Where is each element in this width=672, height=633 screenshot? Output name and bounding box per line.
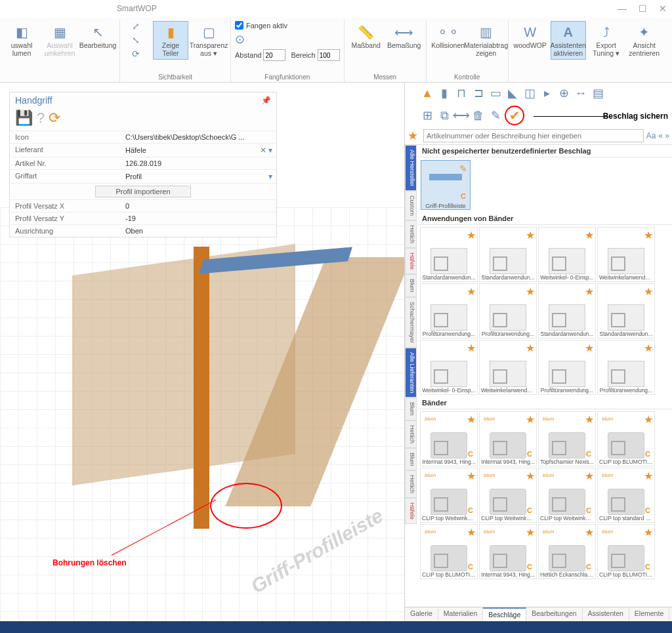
cat-9-icon[interactable]: ↔ [573, 85, 589, 102]
griffart-value[interactable]: Profil▾ [121, 170, 276, 183]
expand-button[interactable]: « » [658, 131, 669, 140]
materialabtrag-button[interactable]: ▥Materialabtrag zeigen [469, 21, 504, 60]
gallery[interactable]: Alle HerstellerCustomHettichHäfeleBlumSc… [405, 145, 672, 607]
clear-icon[interactable]: ✕ ▾ [260, 146, 272, 155]
side-tab-7[interactable]: Blum [405, 398, 417, 420]
measure-icon[interactable]: ⟷ [453, 107, 469, 124]
app-item-10[interactable]: ★Profiltüranwendung... [538, 340, 596, 395]
band-item-3[interactable]: ★blumCCLIP top BLUMOTIO... [597, 411, 655, 466]
band-item-9[interactable]: ★blumCIntermat 9943, Hing... [479, 524, 537, 579]
kollisionen-button[interactable]: ⚬⚬Kollisionen [430, 21, 466, 52]
lieferant-value[interactable]: Häfele✕ ▾ [121, 144, 276, 157]
band-item-1[interactable]: ★blumCIntermat 9943, Hing... [479, 411, 537, 466]
massband-button[interactable]: 📏Maßband [348, 21, 384, 52]
cat-3-icon[interactable]: ⊐ [471, 85, 486, 102]
woodwop-button[interactable]: WwoodWOP [513, 21, 548, 52]
star-icon[interactable]: ★ [408, 129, 418, 143]
save-icon[interactable]: 💾 [15, 110, 33, 127]
icon-path-value[interactable]: C:\Users\tibek\Desktop\Schoeck\G ... [121, 131, 276, 143]
window-maximize[interactable]: ☐ [639, 3, 647, 14]
save-beschlag-button[interactable]: ✔ [505, 106, 524, 125]
view-small-3[interactable]: ⟳ [124, 49, 148, 62]
side-tab-10[interactable]: Hettich [405, 470, 417, 498]
delete-icon[interactable]: 🗑 [471, 107, 486, 124]
up-icon[interactable]: ▲ [419, 85, 435, 102]
custom-beschlag-item[interactable]: ✎ C Griff-Profilleiste [421, 160, 471, 210]
profil-versatz-x-value[interactable]: 0 [121, 200, 276, 212]
profil-importieren-button[interactable]: Profil importieren [95, 186, 190, 197]
band-item-10[interactable]: ★blumCHettich Eckanschlag... [538, 524, 596, 579]
help-icon[interactable]: ? [37, 110, 45, 127]
side-tab-9[interactable]: Blum [405, 448, 417, 471]
band-item-7[interactable]: ★blumCCLIP top standard h... [597, 468, 655, 523]
abstand-input[interactable] [263, 49, 285, 61]
copy-icon[interactable]: ⧉ [436, 107, 452, 124]
auswahl-umkehren-button[interactable]: ▦Auswahl umkehren [42, 21, 77, 60]
cat-10-icon[interactable]: ▤ [590, 85, 606, 102]
app-item-2[interactable]: ★Weitwinkel- 0-Einsp... [538, 227, 596, 282]
side-tab-8[interactable]: Hettich [405, 420, 417, 448]
cat-5-icon[interactable]: ◣ [505, 85, 520, 102]
new-icon[interactable]: ⊞ [419, 107, 435, 124]
auswahl-volumen-button[interactable]: ◧uswahl lumen [4, 21, 39, 60]
tab-assistenten[interactable]: Assistenten [583, 607, 629, 621]
app-item-9[interactable]: ★Weitwinkelanwendu... [479, 340, 537, 395]
search-input[interactable] [423, 129, 644, 142]
tab-bearbeitungen[interactable]: Bearbeitungen [526, 607, 582, 621]
refresh-icon[interactable]: ⟳ [49, 110, 60, 127]
ansicht-zentrieren-button[interactable]: ✦Ansicht zentrieren [627, 21, 662, 60]
app-item-4[interactable]: ★Profiltüranwendung... [420, 283, 478, 338]
side-tab-2[interactable]: Hettich [405, 220, 417, 248]
side-tab-11[interactable]: Häfele [405, 498, 417, 524]
cat-4-icon[interactable]: ▭ [488, 85, 503, 102]
side-tab-4[interactable]: Blum [405, 274, 417, 297]
tab-beschläge[interactable]: Beschläge [483, 607, 526, 621]
cat-2-icon[interactable]: ⊓ [453, 85, 469, 102]
assistenten-aktivieren-button[interactable]: AAssistenten aktivieren [551, 21, 586, 60]
side-tab-5[interactable]: Schachermayer [405, 297, 417, 348]
band-item-11[interactable]: ★blumCCLIP top BLUMOTIO... [597, 524, 655, 579]
side-tab-0[interactable]: Alle Hersteller [405, 145, 417, 191]
artikelnr-value[interactable]: 126.28.019 [121, 157, 276, 169]
tab-elemente[interactable]: Elemente [629, 607, 669, 621]
edit-icon[interactable]: ✎ [488, 107, 503, 124]
tab-galerie[interactable]: Galerie [405, 607, 438, 621]
band-item-8[interactable]: ★blumCCLIP top BLUMOTIO... [420, 524, 478, 579]
bemassung-button[interactable]: ⟷Bemaßung [387, 21, 422, 52]
side-tab-1[interactable]: Custom [405, 191, 417, 220]
cat-8-icon[interactable]: ⊕ [556, 85, 572, 102]
profil-versatz-y-value[interactable]: -19 [121, 213, 276, 224]
band-item-6[interactable]: ★blumCCLIP top Weitwinkel... [538, 468, 596, 523]
app-item-11[interactable]: ★Profiltüranwendung... [597, 340, 655, 395]
fangen-aktiv-checkbox[interactable]: Fangen aktiv [235, 21, 287, 30]
window-close[interactable]: ✕ [659, 3, 667, 14]
app-item-5[interactable]: ★Profiltüranwendung... [479, 283, 537, 338]
band-item-4[interactable]: ★blumCCLIP top Weitwinkel... [420, 468, 478, 523]
window-minimize[interactable]: — [618, 3, 627, 14]
app-item-1[interactable]: ★Standardanwendun... [479, 227, 537, 282]
app-item-0[interactable]: ★Standardanwendun... [420, 227, 478, 282]
export-tuning-button[interactable]: ⤴Export Tuning ▾ [589, 21, 624, 60]
pin-icon[interactable]: 📌 [261, 96, 271, 105]
star-icon: ★ [526, 229, 535, 241]
app-item-3[interactable]: ★Weitwinkelanwendu... [597, 227, 655, 282]
tab-materialien[interactable]: Materialien [438, 607, 483, 621]
3d-viewport[interactable]: Griff-Profilleiste Bohrungen löschen [0, 207, 404, 621]
transparenz-button[interactable]: ▢Transparenz aus ▾ [191, 21, 226, 60]
cat-6-icon[interactable]: ◫ [522, 85, 537, 102]
app-item-7[interactable]: ★Standardanwendun... [597, 283, 655, 338]
cat-1-icon[interactable]: ▮ [436, 85, 452, 102]
textsize-button[interactable]: Aa [646, 131, 656, 140]
zeige-teiler-button[interactable]: ▮Zeige Teiler [153, 21, 188, 60]
tab-raum[interactable]: Raum [669, 607, 672, 621]
side-tab-3[interactable]: Häfele [405, 248, 417, 274]
band-item-2[interactable]: ★blumCTopfscharnier Nexis... [538, 411, 596, 466]
bearbeitung-button[interactable]: ↖Bearbeitung [80, 21, 116, 52]
band-item-5[interactable]: ★blumCCLIP top Weitwinkel... [479, 468, 537, 523]
cat-7-icon[interactable]: ▸ [539, 85, 555, 102]
app-item-6[interactable]: ★Standardanwendun... [538, 283, 596, 338]
app-item-8[interactable]: ★Weitwinkel- 0-Einsp... [420, 340, 478, 395]
side-tab-6[interactable]: Alle Lieferanten [405, 348, 417, 398]
bereich-input[interactable] [318, 49, 340, 61]
band-item-0[interactable]: ★blumCIntermat 9943, Hing... [420, 411, 478, 466]
